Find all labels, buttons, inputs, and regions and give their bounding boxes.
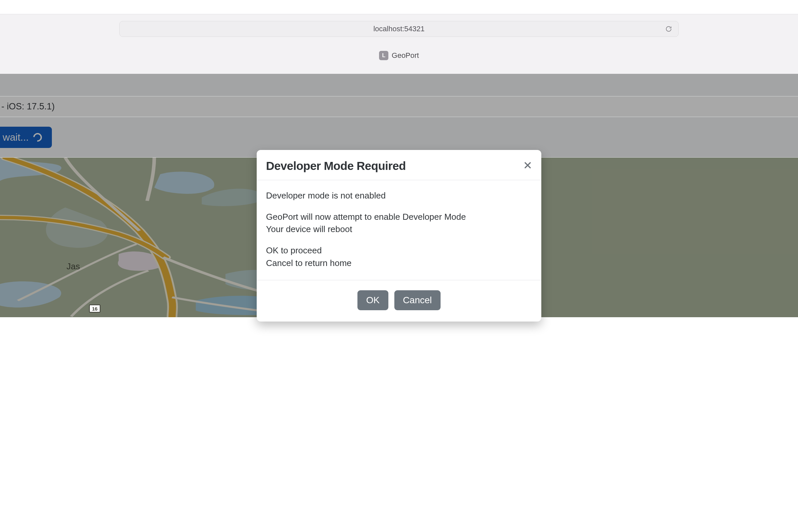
modal-body: Developer mode is not enabled GeoPort wi… bbox=[257, 180, 541, 280]
reload-icon[interactable] bbox=[665, 25, 672, 33]
browser-chrome: localhost:54321 L GeoPort bbox=[0, 14, 798, 74]
address-bar[interactable]: localhost:54321 bbox=[119, 21, 679, 37]
route-shield-icon: 16 bbox=[89, 305, 100, 312]
device-info-text: - iOS: 17.5.1) bbox=[0, 101, 55, 112]
map-city-label: Jas bbox=[66, 261, 80, 272]
tab-bar: L GeoPort bbox=[0, 51, 798, 60]
modal-title: Developer Mode Required bbox=[266, 159, 406, 173]
tab-title[interactable]: GeoPort bbox=[392, 51, 419, 60]
wait-button[interactable]: wait... bbox=[0, 127, 52, 148]
tab-favicon: L bbox=[379, 51, 388, 60]
ok-button[interactable]: OK bbox=[358, 290, 388, 310]
page-content: - iOS: 17.5.1) wait... bbox=[0, 74, 798, 532]
modal-footer: OK Cancel bbox=[257, 280, 541, 322]
modal-header: Developer Mode Required bbox=[257, 150, 541, 180]
cancel-button[interactable]: Cancel bbox=[394, 290, 440, 310]
modal-line-3: Your device will reboot bbox=[266, 224, 352, 234]
modal-line-4: OK to proceed bbox=[266, 245, 322, 255]
modal-line-2: GeoPort will now attempt to enable Devel… bbox=[266, 212, 466, 222]
modal-line-1: Developer mode is not enabled bbox=[266, 190, 532, 202]
app-navbar bbox=[0, 74, 798, 96]
modal-line-5: Cancel to return home bbox=[266, 258, 352, 268]
modal-paragraph-3: OK to proceed Cancel to return home bbox=[266, 244, 532, 269]
wait-button-label: wait... bbox=[3, 132, 28, 143]
url-text: localhost:54321 bbox=[374, 25, 424, 33]
developer-mode-modal: Developer Mode Required Developer mode i… bbox=[257, 150, 541, 322]
modal-paragraph-2: GeoPort will now attempt to enable Devel… bbox=[266, 211, 532, 236]
device-info-bar: - iOS: 17.5.1) bbox=[0, 96, 798, 117]
spinner-icon bbox=[32, 131, 44, 143]
close-icon[interactable] bbox=[524, 160, 532, 171]
